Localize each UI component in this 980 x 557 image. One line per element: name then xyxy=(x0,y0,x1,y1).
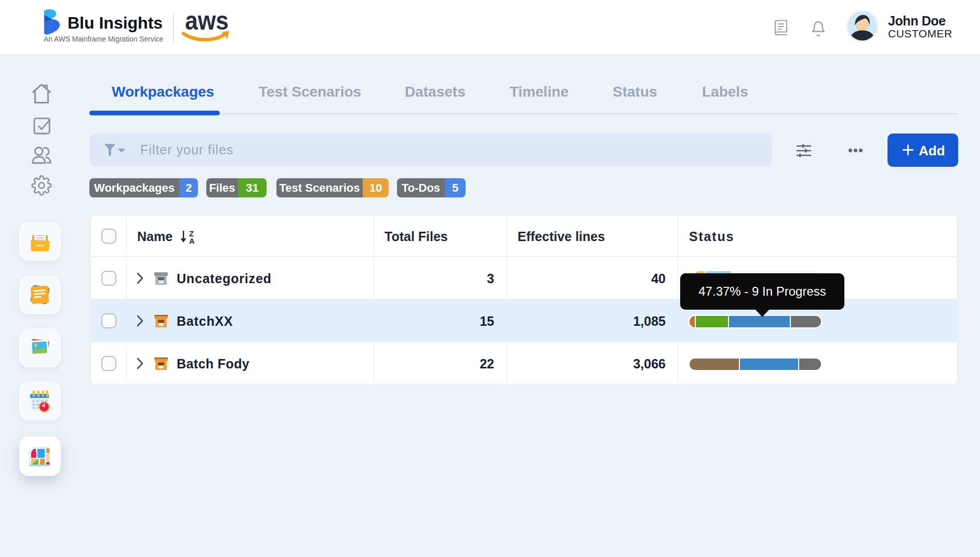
svg-text:aws: aws xyxy=(185,10,229,35)
svg-text:A: A xyxy=(189,237,195,244)
